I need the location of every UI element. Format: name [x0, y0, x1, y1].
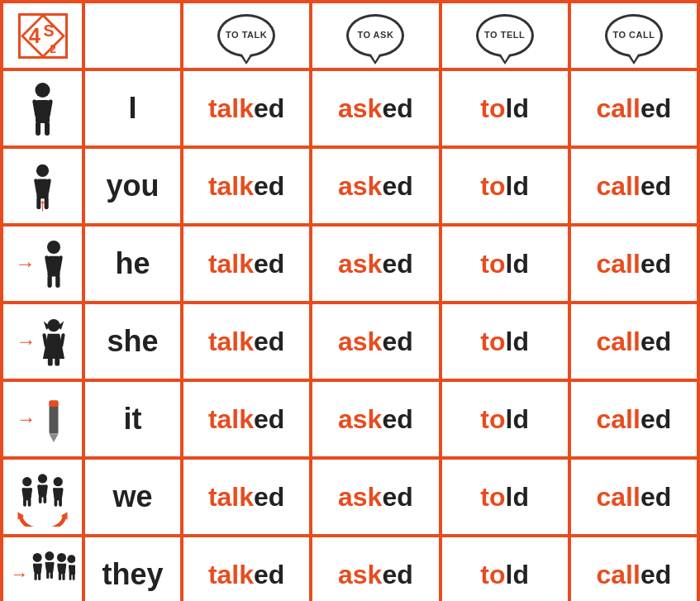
verb-we-ask: asked: [312, 460, 438, 534]
svg-rect-32: [49, 400, 58, 406]
verb-i-talk: talked: [183, 71, 309, 145]
to-tell-bubble: TO TELL: [476, 14, 534, 57]
icon-it: →: [3, 382, 82, 456]
svg-point-66: [57, 552, 66, 561]
pronoun-i: I: [85, 71, 180, 145]
verb-they-call: called: [571, 537, 697, 601]
arrow-he-icon: →: [16, 252, 36, 275]
svg-rect-59: [38, 572, 40, 580]
arrow-it-icon: →: [17, 408, 36, 431]
verb-she-call: called: [571, 304, 697, 379]
svg-rect-39: [28, 498, 31, 506]
icon-he: →: [3, 227, 82, 301]
svg-rect-44: [39, 496, 42, 503]
svg-rect-65: [50, 570, 52, 578]
verb-she-ask: asked: [312, 304, 438, 379]
verb-i-call: called: [571, 71, 697, 145]
icon-she: →: [3, 304, 82, 379]
verb-he-talk: talked: [183, 227, 309, 301]
conjugation-grid: 4 S 2 TO TALK TO ASK TO TELL TO CALL I: [0, 0, 700, 601]
svg-point-72: [67, 555, 75, 563]
pronoun-it: it: [85, 382, 180, 456]
group-they-icon: [30, 548, 75, 602]
pronoun-he: he: [85, 227, 180, 301]
header-empty: [85, 3, 180, 68]
verb-they-talk: talked: [183, 537, 309, 601]
verb-i-ask: asked: [312, 71, 438, 145]
verb-he-call: called: [571, 227, 697, 301]
svg-rect-21: [55, 275, 60, 288]
pencil-icon: [38, 397, 69, 442]
verb-we-talk: talked: [183, 460, 309, 534]
pronoun-you: you: [85, 149, 180, 223]
svg-rect-38: [23, 498, 26, 506]
verb-he-tell: told: [442, 227, 568, 301]
verb-i-tell: told: [442, 71, 568, 145]
svg-text:4: 4: [28, 23, 40, 46]
svg-rect-28: [47, 357, 52, 365]
person-she-icon: [38, 316, 69, 367]
svg-rect-8: [36, 122, 40, 136]
verb-they-ask: asked: [312, 537, 438, 601]
svg-rect-64: [46, 570, 49, 578]
svg-rect-51: [59, 498, 62, 506]
header-to-talk: TO TALK: [183, 3, 309, 68]
to-call-bubble: TO CALL: [605, 14, 663, 57]
svg-marker-31: [49, 433, 58, 441]
svg-point-10: [36, 164, 49, 176]
verb-you-talk: talked: [183, 149, 309, 223]
verb-we-tell: told: [442, 460, 568, 534]
svg-point-4: [36, 83, 50, 98]
verb-it-tell: told: [442, 382, 568, 456]
to-ask-bubble: TO ASK: [346, 14, 404, 57]
svg-point-46: [54, 477, 63, 486]
svg-rect-29: [55, 357, 60, 365]
logo-cell: 4 S 2: [3, 3, 82, 68]
icon-i: [3, 71, 82, 145]
to-talk-bubble: TO TALK: [217, 14, 275, 57]
verb-it-call: called: [571, 382, 697, 456]
svg-rect-20: [47, 275, 51, 288]
pronoun-she: she: [85, 304, 180, 379]
arrow-they-icon: →: [11, 564, 29, 585]
verb-it-ask: asked: [312, 382, 438, 456]
svg-text:S: S: [43, 21, 54, 39]
verb-she-talk: talked: [183, 304, 309, 379]
logo-box: 4 S 2: [18, 13, 68, 59]
svg-rect-50: [55, 498, 58, 506]
svg-point-34: [22, 477, 31, 486]
verb-we-call: called: [571, 460, 697, 534]
svg-point-40: [38, 474, 47, 483]
svg-point-60: [45, 551, 54, 560]
svg-rect-71: [62, 572, 64, 580]
pronoun-we: we: [85, 460, 180, 534]
verb-he-ask: asked: [312, 227, 438, 301]
header-to-tell: TO TELL: [442, 3, 568, 68]
icon-we: [3, 460, 82, 534]
svg-point-54: [32, 552, 41, 561]
person-he-icon: [37, 239, 70, 289]
svg-rect-58: [34, 572, 36, 580]
svg-rect-9: [45, 122, 50, 136]
verb-it-talk: talked: [183, 382, 309, 456]
verb-they-tell: told: [442, 537, 568, 601]
pronoun-they: they: [85, 537, 180, 601]
svg-text:2: 2: [50, 42, 56, 55]
svg-rect-45: [43, 496, 46, 503]
svg-rect-77: [72, 573, 74, 580]
verb-you-call: called: [571, 149, 697, 223]
icon-they: →: [3, 537, 82, 601]
svg-point-16: [47, 241, 60, 254]
svg-rect-76: [69, 573, 71, 580]
arrow-she-icon: →: [17, 330, 36, 353]
verb-you-ask: asked: [312, 149, 438, 223]
svg-rect-70: [58, 572, 60, 580]
header-to-call: TO CALL: [571, 3, 697, 68]
svg-point-24: [47, 319, 60, 332]
icon-you: ↑: [3, 149, 82, 223]
header-to-ask: TO ASK: [312, 3, 438, 68]
person-i-icon: [24, 82, 61, 136]
group-we-icon: [12, 467, 74, 527]
verb-she-tell: told: [442, 304, 568, 379]
verb-you-tell: told: [442, 149, 568, 223]
